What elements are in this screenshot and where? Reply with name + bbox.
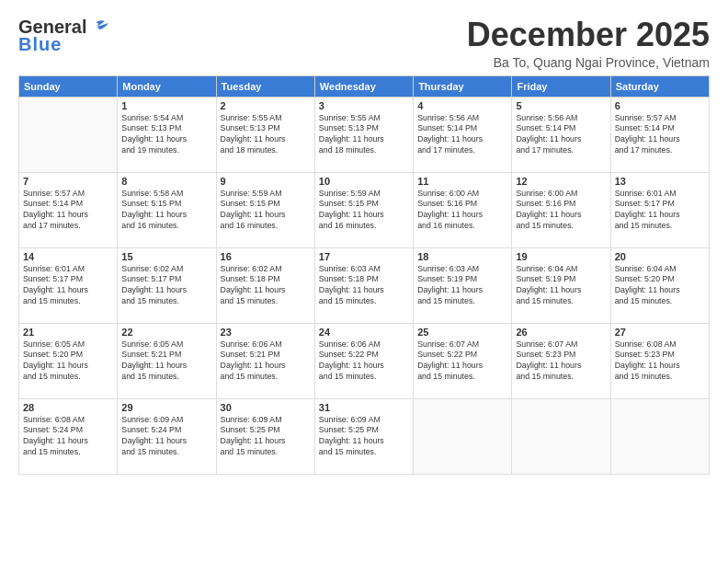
day-number: 20 <box>615 251 705 262</box>
calendar-week-row: 14Sunrise: 6:01 AM Sunset: 5:17 PM Dayli… <box>19 247 710 323</box>
day-number: 23 <box>221 327 311 338</box>
calendar-cell: 9Sunrise: 5:59 AM Sunset: 5:15 PM Daylig… <box>216 172 314 247</box>
calendar-cell: 24Sunrise: 6:06 AM Sunset: 5:22 PM Dayli… <box>314 323 413 398</box>
day-number: 15 <box>121 251 211 262</box>
calendar-cell: 2Sunrise: 5:55 AM Sunset: 5:13 PM Daylig… <box>216 97 314 172</box>
calendar-cell: 14Sunrise: 6:01 AM Sunset: 5:17 PM Dayli… <box>19 247 118 323</box>
day-number: 31 <box>319 402 409 413</box>
day-number: 8 <box>121 176 211 187</box>
calendar-cell: 6Sunrise: 5:57 AM Sunset: 5:14 PM Daylig… <box>610 97 709 172</box>
day-info: Sunrise: 6:06 AM Sunset: 5:22 PM Dayligh… <box>319 339 409 384</box>
day-info: Sunrise: 6:03 AM Sunset: 5:19 PM Dayligh… <box>417 264 507 308</box>
calendar-week-row: 1Sunrise: 5:54 AM Sunset: 5:13 PM Daylig… <box>19 97 710 172</box>
day-info: Sunrise: 5:57 AM Sunset: 5:14 PM Dayligh… <box>615 113 705 157</box>
day-info: Sunrise: 5:56 AM Sunset: 5:14 PM Dayligh… <box>516 113 606 157</box>
day-number: 10 <box>319 176 409 187</box>
calendar-cell <box>610 398 709 474</box>
calendar-cell: 8Sunrise: 5:58 AM Sunset: 5:15 PM Daylig… <box>118 172 216 247</box>
day-number: 2 <box>221 100 311 111</box>
day-number: 30 <box>221 402 311 413</box>
day-number: 4 <box>417 100 507 111</box>
calendar-cell: 4Sunrise: 5:56 AM Sunset: 5:14 PM Daylig… <box>414 97 512 172</box>
day-number: 27 <box>615 327 705 338</box>
day-info: Sunrise: 6:09 AM Sunset: 5:25 PM Dayligh… <box>221 415 311 459</box>
day-number: 24 <box>319 327 409 338</box>
location-title: Ba To, Quang Ngai Province, Vietnam <box>467 55 710 70</box>
day-info: Sunrise: 6:06 AM Sunset: 5:21 PM Dayligh… <box>221 339 311 384</box>
day-info: Sunrise: 5:55 AM Sunset: 5:13 PM Dayligh… <box>221 113 311 157</box>
title-block: December 2025 Ba To, Quang Ngai Province… <box>467 17 710 70</box>
day-number: 26 <box>516 327 606 338</box>
day-info: Sunrise: 5:54 AM Sunset: 5:13 PM Dayligh… <box>121 113 211 157</box>
calendar-cell <box>414 398 512 474</box>
day-info: Sunrise: 6:02 AM Sunset: 5:18 PM Dayligh… <box>221 264 311 308</box>
day-number: 25 <box>417 327 507 338</box>
calendar-cell: 13Sunrise: 6:01 AM Sunset: 5:17 PM Dayli… <box>610 172 709 247</box>
day-info: Sunrise: 5:55 AM Sunset: 5:13 PM Dayligh… <box>319 113 409 157</box>
calendar-cell: 5Sunrise: 5:56 AM Sunset: 5:14 PM Daylig… <box>512 97 610 172</box>
month-title: December 2025 <box>467 17 710 53</box>
calendar-cell: 26Sunrise: 6:07 AM Sunset: 5:23 PM Dayli… <box>512 323 610 398</box>
col-header-saturday: Saturday <box>610 75 709 97</box>
day-info: Sunrise: 6:04 AM Sunset: 5:19 PM Dayligh… <box>516 264 606 308</box>
calendar-cell: 27Sunrise: 6:08 AM Sunset: 5:23 PM Dayli… <box>610 323 709 398</box>
calendar-cell: 30Sunrise: 6:09 AM Sunset: 5:25 PM Dayli… <box>216 398 314 474</box>
day-number: 17 <box>319 251 409 262</box>
day-info: Sunrise: 6:05 AM Sunset: 5:21 PM Dayligh… <box>121 339 211 384</box>
day-info: Sunrise: 6:09 AM Sunset: 5:24 PM Dayligh… <box>121 415 211 459</box>
day-info: Sunrise: 6:07 AM Sunset: 5:22 PM Dayligh… <box>417 339 507 384</box>
day-info: Sunrise: 6:07 AM Sunset: 5:23 PM Dayligh… <box>516 339 606 384</box>
calendar-cell: 1Sunrise: 5:54 AM Sunset: 5:13 PM Daylig… <box>118 97 216 172</box>
col-header-wednesday: Wednesday <box>314 75 413 97</box>
calendar-cell: 11Sunrise: 6:00 AM Sunset: 5:16 PM Dayli… <box>414 172 512 247</box>
col-header-tuesday: Tuesday <box>216 75 314 97</box>
calendar-cell: 10Sunrise: 5:59 AM Sunset: 5:15 PM Dayli… <box>314 172 413 247</box>
calendar-cell: 29Sunrise: 6:09 AM Sunset: 5:24 PM Dayli… <box>118 398 216 474</box>
calendar-cell <box>19 97 118 172</box>
col-header-friday: Friday <box>512 75 610 97</box>
col-header-sunday: Sunday <box>19 75 118 97</box>
day-number: 3 <box>319 100 409 111</box>
calendar-cell: 12Sunrise: 6:00 AM Sunset: 5:16 PM Dayli… <box>512 172 610 247</box>
calendar-cell: 18Sunrise: 6:03 AM Sunset: 5:19 PM Dayli… <box>414 247 512 323</box>
calendar-cell: 15Sunrise: 6:02 AM Sunset: 5:17 PM Dayli… <box>118 247 216 323</box>
calendar-cell: 17Sunrise: 6:03 AM Sunset: 5:18 PM Dayli… <box>314 247 413 323</box>
day-number: 19 <box>516 251 606 262</box>
logo: General Blue <box>18 17 108 55</box>
day-info: Sunrise: 6:01 AM Sunset: 5:17 PM Dayligh… <box>615 189 705 233</box>
day-number: 18 <box>417 251 507 262</box>
calendar-cell: 25Sunrise: 6:07 AM Sunset: 5:22 PM Dayli… <box>414 323 512 398</box>
day-info: Sunrise: 5:56 AM Sunset: 5:14 PM Dayligh… <box>417 113 507 157</box>
page: General Blue December 2025 Ba To, Quang … <box>0 0 728 563</box>
day-info: Sunrise: 6:00 AM Sunset: 5:16 PM Dayligh… <box>516 189 606 233</box>
calendar-cell: 22Sunrise: 6:05 AM Sunset: 5:21 PM Dayli… <box>118 323 216 398</box>
day-info: Sunrise: 6:02 AM Sunset: 5:17 PM Dayligh… <box>121 264 211 308</box>
day-info: Sunrise: 6:00 AM Sunset: 5:16 PM Dayligh… <box>417 189 507 233</box>
day-number: 29 <box>121 402 211 413</box>
day-info: Sunrise: 6:01 AM Sunset: 5:17 PM Dayligh… <box>23 264 113 308</box>
calendar-week-row: 21Sunrise: 6:05 AM Sunset: 5:20 PM Dayli… <box>19 323 710 398</box>
logo-blue-text: Blue <box>18 34 62 55</box>
col-header-monday: Monday <box>118 75 216 97</box>
header: General Blue December 2025 Ba To, Quang … <box>18 17 710 70</box>
day-number: 9 <box>221 176 311 187</box>
calendar-table: SundayMondayTuesdayWednesdayThursdayFrid… <box>18 75 710 475</box>
day-info: Sunrise: 6:09 AM Sunset: 5:25 PM Dayligh… <box>319 415 409 459</box>
day-number: 28 <box>23 402 113 413</box>
day-number: 13 <box>615 176 705 187</box>
calendar-cell: 20Sunrise: 6:04 AM Sunset: 5:20 PM Dayli… <box>610 247 709 323</box>
logo-bird-icon <box>88 19 108 36</box>
day-number: 21 <box>23 327 113 338</box>
calendar-cell: 16Sunrise: 6:02 AM Sunset: 5:18 PM Dayli… <box>216 247 314 323</box>
day-info: Sunrise: 5:59 AM Sunset: 5:15 PM Dayligh… <box>319 189 409 233</box>
day-number: 6 <box>615 100 705 111</box>
calendar-cell: 7Sunrise: 5:57 AM Sunset: 5:14 PM Daylig… <box>19 172 118 247</box>
day-number: 7 <box>23 176 113 187</box>
calendar-cell: 23Sunrise: 6:06 AM Sunset: 5:21 PM Dayli… <box>216 323 314 398</box>
calendar-cell: 19Sunrise: 6:04 AM Sunset: 5:19 PM Dayli… <box>512 247 610 323</box>
day-number: 22 <box>121 327 211 338</box>
calendar-cell: 3Sunrise: 5:55 AM Sunset: 5:13 PM Daylig… <box>314 97 413 172</box>
calendar-cell <box>512 398 610 474</box>
day-number: 11 <box>417 176 507 187</box>
col-header-thursday: Thursday <box>414 75 512 97</box>
